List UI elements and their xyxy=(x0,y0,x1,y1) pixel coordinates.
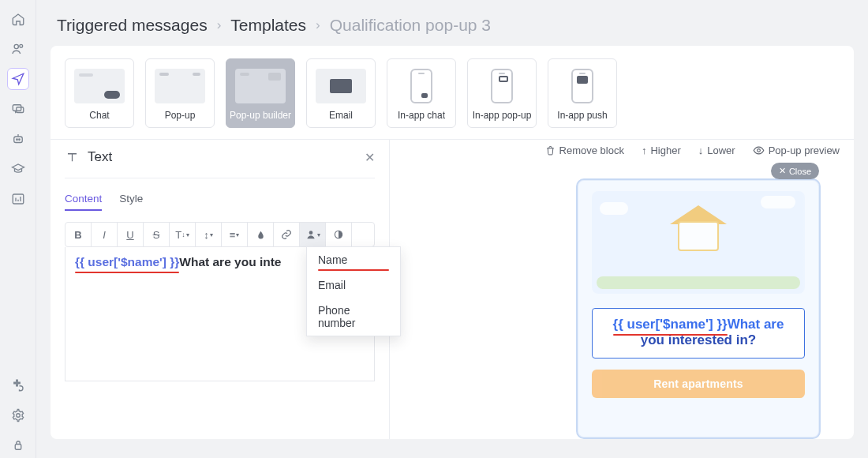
lineheight-button[interactable]: ↕▾ xyxy=(196,223,222,246)
nav-analytics-icon[interactable] xyxy=(7,188,29,210)
nav-lock-icon[interactable] xyxy=(7,434,29,456)
svg-rect-4 xyxy=(13,137,22,143)
menu-item-email[interactable]: Email xyxy=(307,272,400,298)
tab-content[interactable]: Content xyxy=(65,193,102,211)
bold-button[interactable]: B xyxy=(65,223,92,246)
breadcrumb-current: Qualification pop-up 3 xyxy=(330,16,491,35)
type-label: In-app pop-up xyxy=(473,110,532,121)
italic-button[interactable]: I xyxy=(92,223,118,246)
nav-users-icon[interactable] xyxy=(7,38,29,60)
svg-point-12 xyxy=(757,149,760,152)
tab-style[interactable]: Style xyxy=(119,193,143,211)
personalization-menu: Name Email Phone number xyxy=(306,246,401,336)
block-editor-panel: Text ✕ Content Style B I U S T↓▾ xyxy=(51,140,390,439)
nav-settings-icon[interactable] xyxy=(7,404,29,426)
block-title: Text xyxy=(88,149,112,165)
svg-point-1 xyxy=(19,44,22,47)
remove-block-button[interactable]: Remove block xyxy=(545,145,624,156)
link-button[interactable] xyxy=(274,223,300,246)
content-rest: What are you inte xyxy=(179,255,281,268)
nav-learn-icon[interactable] xyxy=(7,158,29,180)
svg-rect-7 xyxy=(13,194,24,204)
svg-point-6 xyxy=(18,139,20,141)
menu-item-name[interactable]: Name xyxy=(307,247,400,272)
message-type-row: Chat Pop-up Pop-up builder Email In-app … xyxy=(51,46,854,139)
type-popup-builder[interactable]: Pop-up builder xyxy=(226,58,295,128)
svg-point-0 xyxy=(14,44,18,48)
contrast-button[interactable] xyxy=(326,223,352,246)
align-button[interactable]: ≡▾ xyxy=(222,223,248,246)
chevron-right-icon: › xyxy=(217,17,222,33)
popup-preview-button[interactable]: Pop-up preview xyxy=(753,145,840,156)
preview-close-button[interactable]: ✕ Close xyxy=(771,163,819,179)
content-token: {{ user['$name'] }} xyxy=(75,255,179,268)
preview-rest1: What are xyxy=(728,317,784,332)
underline-button[interactable]: U xyxy=(118,223,144,246)
type-label: Chat xyxy=(89,110,109,121)
arrow-up-icon: ↑ xyxy=(642,145,647,156)
preview-cta-button[interactable]: Rent apartments xyxy=(592,370,805,398)
chevron-right-icon: › xyxy=(316,17,320,33)
type-inapp-chat[interactable]: In-app chat xyxy=(387,58,456,128)
nav-apps-icon[interactable] xyxy=(7,374,29,396)
personalization-button[interactable]: ▾ xyxy=(300,223,326,246)
text-toolbar: B I U S T↓▾ ↕▾ ≡▾ ▾ xyxy=(65,222,375,247)
textsize-button[interactable]: T↓▾ xyxy=(170,223,196,246)
svg-rect-3 xyxy=(16,107,23,113)
strike-button[interactable]: S xyxy=(144,223,170,246)
breadcrumb-templates[interactable]: Templates xyxy=(230,16,306,35)
text-block-icon xyxy=(65,150,80,165)
nav-home-icon[interactable] xyxy=(7,8,29,30)
svg-point-8 xyxy=(16,414,20,418)
nav-bot-icon[interactable] xyxy=(7,128,29,150)
type-label: In-app chat xyxy=(398,110,445,121)
preview-illustration xyxy=(592,191,805,294)
nav-chat-icon[interactable] xyxy=(7,98,29,120)
nav-send-icon[interactable] xyxy=(7,68,29,90)
move-lower-button[interactable]: ↓ Lower xyxy=(698,145,735,156)
breadcrumb-root[interactable]: Triggered messages xyxy=(57,16,208,35)
fill-button[interactable] xyxy=(248,223,274,246)
type-label: Pop-up xyxy=(165,110,196,121)
type-inapp-popup[interactable]: In-app pop-up xyxy=(467,58,537,128)
close-icon[interactable]: ✕ xyxy=(365,150,375,165)
type-inapp-push[interactable]: In-app push xyxy=(548,58,617,128)
type-chat[interactable]: Chat xyxy=(65,58,134,128)
preview-actions: Remove block ↑ Higher ↓ Lower Pop-up xyxy=(545,145,840,156)
type-email[interactable]: Email xyxy=(306,58,376,128)
arrow-down-icon: ↓ xyxy=(698,145,704,156)
type-label: Pop-up builder xyxy=(230,110,291,121)
left-nav-rail xyxy=(0,0,36,458)
preview-text-block[interactable]: {{ user['$name'] }}What are you interest… xyxy=(592,308,805,359)
popup-preview-canvas: ✕ Close {{ user['$name'] }}What are you … xyxy=(576,178,821,439)
svg-point-10 xyxy=(309,231,312,235)
svg-rect-9 xyxy=(15,445,21,450)
type-popup[interactable]: Pop-up xyxy=(145,58,215,128)
preview-pane: Remove block ↑ Higher ↓ Lower Pop-up xyxy=(390,140,854,439)
type-label: In-app push xyxy=(557,110,607,121)
breadcrumb: Triggered messages › Templates › Qualifi… xyxy=(36,0,868,46)
editor-tabs: Content Style xyxy=(65,193,375,211)
menu-item-phone[interactable]: Phone number xyxy=(307,298,400,336)
close-icon: ✕ xyxy=(779,166,786,176)
svg-point-5 xyxy=(16,139,17,141)
editor-card: Chat Pop-up Pop-up builder Email In-app … xyxy=(51,46,854,439)
move-higher-button[interactable]: ↑ Higher xyxy=(642,145,681,156)
preview-token: {{ user['$name'] }} xyxy=(613,317,728,332)
type-label: Email xyxy=(329,110,353,121)
